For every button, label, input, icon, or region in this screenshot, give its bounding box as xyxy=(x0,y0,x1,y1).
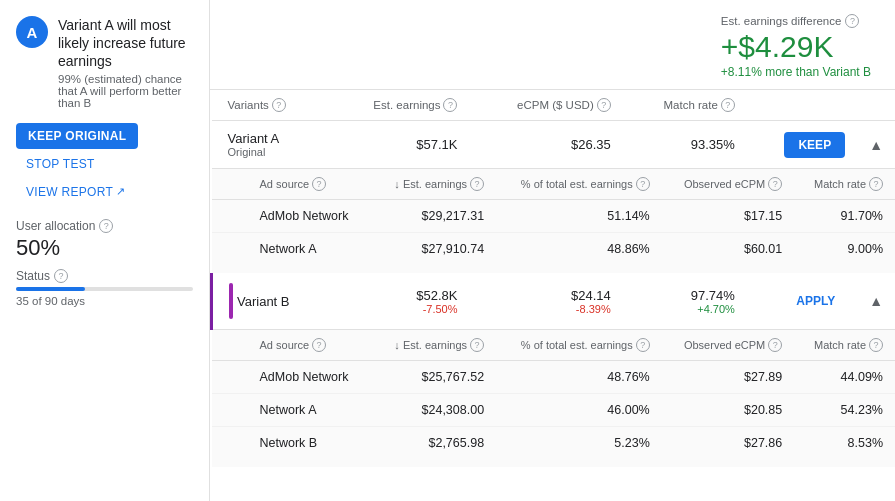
variant-b-est-earnings-delta: -7.50% xyxy=(341,303,458,315)
sub-th-est-earnings-b-help[interactable]: ? xyxy=(470,338,484,352)
list-item: Network B xyxy=(212,427,373,460)
days-text: 35 of 90 days xyxy=(16,295,193,307)
th-variants-text: Variants xyxy=(228,99,269,111)
variant-b-sub-tbody: AdMob Network $25,767.52 48.76% $27.89 4… xyxy=(212,361,896,460)
variant-b-match-rate-cell: 97.74% +4.70% xyxy=(623,273,747,330)
list-item: 9.00% xyxy=(794,233,895,266)
user-allocation-help-icon[interactable]: ? xyxy=(99,219,113,233)
variant-b-match-rate-delta: +4.70% xyxy=(635,303,735,315)
sub-th-ad-source-a: Ad source ? xyxy=(212,169,373,200)
table-row: Network A $24,308.00 46.00% $20.85 54.23… xyxy=(212,394,896,427)
sub-th-pct-total-b-help[interactable]: ? xyxy=(636,338,650,352)
earnings-diff-value: +$4.29K xyxy=(721,30,871,63)
sidebar-subtitle: 99% (estimated) chance that A will perfo… xyxy=(58,73,193,109)
variant-a-keep-button[interactable]: KEEP xyxy=(784,132,845,158)
top-summary: Est. earnings difference ? +$4.29K +8.11… xyxy=(210,0,895,90)
sidebar-title-block: Variant A will most likely increase futu… xyxy=(58,16,193,109)
th-match-rate-text: Match rate xyxy=(664,99,718,111)
th-ecpm-label: eCPM ($ USD) ? xyxy=(517,98,611,112)
sidebar-actions: KEEP ORIGINAL STOP TEST VIEW REPORT ↗ xyxy=(16,123,193,205)
sub-th-pct-total-b: % of total est. earnings ? xyxy=(496,330,662,361)
variant-b-chevron-cell[interactable]: ▲ xyxy=(857,273,895,330)
sub-th-match-rate-b-help[interactable]: ? xyxy=(869,338,883,352)
earnings-diff-box: Est. earnings difference ? +$4.29K +8.11… xyxy=(721,14,871,79)
table-row: AdMob Network $29,217.31 51.14% $17.15 9… xyxy=(212,200,896,233)
variant-b-ecpm: $24.14 xyxy=(571,288,611,303)
variant-b-sub-table-cell: Ad source ? ↓ Est. earnings xyxy=(212,330,896,468)
earnings-diff-help-icon[interactable]: ? xyxy=(845,14,859,28)
variant-a-action-cell: KEEP xyxy=(747,121,857,169)
th-est-earnings-label: Est. earnings ? xyxy=(373,98,457,112)
sub-th-est-earnings-a-help[interactable]: ? xyxy=(470,177,484,191)
th-ecpm: eCPM ($ USD) ? xyxy=(469,90,622,121)
list-item: $27,910.74 xyxy=(373,233,496,266)
list-item: 54.23% xyxy=(794,394,895,427)
list-item: $27.89 xyxy=(662,361,795,394)
list-item: AdMob Network xyxy=(212,361,373,394)
sub-th-observed-ecpm-b-help[interactable]: ? xyxy=(768,338,782,352)
list-item: 91.70% xyxy=(794,200,895,233)
sub-th-ad-source-a-help[interactable]: ? xyxy=(312,177,326,191)
earnings-diff-label: Est. earnings difference ? xyxy=(721,14,871,28)
sub-th-pct-total-a-help[interactable]: ? xyxy=(636,177,650,191)
list-item: 48.76% xyxy=(496,361,662,394)
table-row: AdMob Network $25,767.52 48.76% $27.89 4… xyxy=(212,361,896,394)
sub-th-ad-source-b: Ad source ? xyxy=(212,330,373,361)
variant-b-ecpm-delta: -8.39% xyxy=(481,303,610,315)
view-report-label: VIEW REPORT xyxy=(26,185,113,199)
status-help-icon[interactable]: ? xyxy=(54,269,68,283)
list-item: 44.09% xyxy=(794,361,895,394)
th-ecpm-text: eCPM ($ USD) xyxy=(517,99,594,111)
table-row: Network B $2,765.98 5.23% $27.86 8.53% xyxy=(212,427,896,460)
sub-th-match-rate-a-help[interactable]: ? xyxy=(869,177,883,191)
sub-th-observed-ecpm-a-help[interactable]: ? xyxy=(768,177,782,191)
sub-th-est-earnings-b-text: ↓ Est. earnings xyxy=(394,339,467,351)
th-match-rate-label: Match rate ? xyxy=(664,98,735,112)
list-item: 46.00% xyxy=(496,394,662,427)
list-item: 48.86% xyxy=(496,233,662,266)
sub-th-observed-ecpm-a: Observed eCPM ? xyxy=(662,169,795,200)
sub-th-match-rate-b-text: Match rate xyxy=(814,339,866,351)
list-item: $24,308.00 xyxy=(373,394,496,427)
user-allocation-value: 50% xyxy=(16,235,193,261)
stop-test-button[interactable]: STOP TEST xyxy=(16,151,105,177)
sub-th-pct-total-a: % of total est. earnings ? xyxy=(496,169,662,200)
list-item: AdMob Network xyxy=(212,200,373,233)
th-match-rate-help-icon[interactable]: ? xyxy=(721,98,735,112)
status-label: Status xyxy=(16,269,50,283)
sub-th-est-earnings-a-text: ↓ Est. earnings xyxy=(394,178,467,190)
th-action xyxy=(747,90,857,121)
variant-a-name: Variant A xyxy=(228,131,317,146)
view-report-button[interactable]: VIEW REPORT ↗ xyxy=(16,179,135,205)
list-item: $25,767.52 xyxy=(373,361,496,394)
list-item: $27.86 xyxy=(662,427,795,460)
th-est-earnings-text: Est. earnings xyxy=(373,99,440,111)
variant-b-ecpm-cell: $24.14 -8.39% xyxy=(469,273,622,330)
sub-th-ad-source-a-text: Ad source xyxy=(260,178,310,190)
keep-original-button[interactable]: KEEP ORIGINAL xyxy=(16,123,138,149)
variant-a-sub: Original xyxy=(228,146,317,158)
sub-th-match-rate-b: Match rate ? xyxy=(794,330,895,361)
list-item: $29,217.31 xyxy=(373,200,496,233)
sub-th-pct-total-a-text: % of total est. earnings xyxy=(521,178,633,190)
sidebar-header: A Variant A will most likely increase fu… xyxy=(16,16,193,109)
th-est-earnings-help-icon[interactable]: ? xyxy=(443,98,457,112)
variant-b-name: Variant B xyxy=(237,294,290,309)
variant-b-apply-button[interactable]: APPLY xyxy=(786,288,845,314)
progress-bar-container xyxy=(16,287,193,291)
table-row: Network A $27,910.74 48.86% $60.01 9.00% xyxy=(212,233,896,266)
th-ecpm-help-icon[interactable]: ? xyxy=(597,98,611,112)
list-item: 5.23% xyxy=(496,427,662,460)
variant-b-sub-table-row: Ad source ? ↓ Est. earnings xyxy=(212,330,896,468)
th-match-rate: Match rate ? xyxy=(623,90,747,121)
th-variants-help-icon[interactable]: ? xyxy=(272,98,286,112)
variant-a-est-earnings: $57.1K xyxy=(329,121,470,169)
list-item: Network A xyxy=(212,233,373,266)
variant-a-sub-tbody: AdMob Network $29,217.31 51.14% $17.15 9… xyxy=(212,200,896,266)
variant-a-sub-table-cell: Ad source ? ↓ Est. earnings xyxy=(212,169,896,274)
sub-th-ad-source-b-help[interactable]: ? xyxy=(312,338,326,352)
variant-a-sub-table-wrapper: Ad source ? ↓ Est. earnings xyxy=(212,169,896,273)
variant-a-chevron-cell[interactable]: ▲ xyxy=(857,121,895,169)
th-est-earnings: Est. earnings ? xyxy=(329,90,470,121)
variant-a-ecpm: $26.35 xyxy=(469,121,622,169)
